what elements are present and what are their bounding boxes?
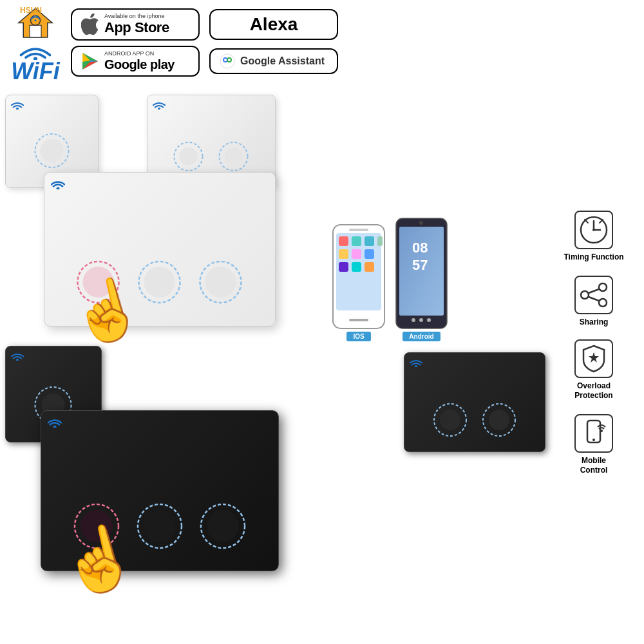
white-switches-section: ☝️ (5, 88, 545, 339)
switches-area: ☝️ (5, 88, 545, 584)
switch-button-circle-2b-left (431, 401, 469, 439)
svg-rect-38 (365, 249, 374, 259)
clock-icon (578, 214, 609, 245)
svg-point-3 (35, 19, 37, 21)
switch-button-circle-2b-right (480, 401, 518, 439)
svg-point-29 (205, 267, 236, 298)
android-phone: 08 57 (394, 217, 449, 330)
ios-phone-container: IOS (330, 223, 388, 341)
svg-text:57: 57 (412, 257, 428, 273)
svg-rect-39 (339, 262, 348, 272)
feature-overload: OverloadProtection (549, 339, 639, 401)
alexa-badge[interactable]: Alexa (209, 9, 338, 40)
google-badge-small: ANDROID APP ON (104, 51, 175, 57)
ios-label: IOS (346, 332, 370, 341)
svg-rect-32 (339, 236, 348, 246)
switch-button-circle-2w-right (216, 139, 252, 175)
svg-rect-1 (30, 25, 41, 37)
brand-logo: HSUN WiFi (6, 5, 64, 83)
svg-point-71 (592, 229, 595, 231)
sharing-label: Sharing (580, 317, 609, 327)
svg-point-52 (419, 221, 423, 225)
phones-section: IOS 08 57 (330, 217, 449, 341)
svg-point-67 (207, 510, 239, 542)
android-label: Android (402, 332, 440, 341)
switch-3gang-white-front: ☝️ (44, 172, 276, 327)
app-badges: Available on the iphone App Store Alexa (71, 5, 638, 77)
google-assistant-icon (220, 53, 235, 69)
svg-line-78 (589, 297, 599, 301)
feature-sharing: Sharing (549, 276, 639, 327)
header: HSUN WiFi Available on the iphone App S (0, 0, 644, 88)
google-play-icon (81, 52, 99, 70)
switch-button-circle-2w-left (171, 139, 207, 175)
timing-label: Timing Function (564, 252, 623, 263)
wifi-signal-icon-3w (51, 179, 65, 189)
svg-point-23 (57, 187, 60, 190)
wifi-icon (16, 41, 55, 60)
overload-label: OverloadProtection (574, 381, 612, 401)
mobile-icon-wrap (574, 414, 613, 453)
sharing-icon-wrap (574, 276, 613, 314)
svg-point-53 (16, 359, 19, 361)
svg-marker-79 (589, 352, 599, 363)
switch-button-3-3w[interactable] (197, 258, 245, 307)
svg-point-65 (144, 510, 176, 542)
alexa-label: Alexa (250, 14, 298, 35)
svg-point-15 (16, 108, 19, 109)
switch-button-2-3w[interactable] (136, 258, 184, 307)
svg-point-50 (419, 318, 423, 322)
svg-point-82 (600, 430, 603, 432)
switch-button-circle-1w-back (31, 130, 73, 172)
svg-rect-43 (349, 229, 368, 231)
timing-icon-wrap (574, 211, 613, 249)
wifi-signal-icon-2b (410, 358, 422, 367)
ios-phone (330, 223, 388, 330)
svg-rect-33 (352, 236, 361, 246)
google-assistant-badge[interactable]: Google Assistant (209, 48, 338, 74)
wifi-signal-icon-3b (48, 417, 62, 428)
svg-point-51 (427, 318, 431, 322)
svg-point-27 (144, 267, 175, 298)
svg-point-75 (581, 291, 589, 299)
svg-point-13 (224, 59, 227, 61)
svg-rect-36 (339, 249, 348, 259)
apple-badge-text: Available on the iphone App Store (104, 14, 169, 35)
svg-rect-42 (349, 319, 368, 321)
badge-row-bottom: ANDROID APP ON Google play Google Assist… (71, 46, 638, 77)
feature-timing: Timing Function (549, 211, 639, 263)
overload-icon-wrap (574, 339, 613, 378)
android-phone-container: 08 57 Android (394, 217, 449, 341)
switch-button-3-3b[interactable] (198, 501, 248, 551)
apple-badge-big: App Store (104, 20, 169, 35)
google-badge-text: ANDROID APP ON Google play (104, 51, 175, 71)
black-switches-section: ☝️ (5, 346, 545, 584)
google-badge-big: Google play (104, 57, 175, 71)
google-play-badge[interactable]: ANDROID APP ON Google play (71, 46, 200, 77)
wifi-signal-icon-1b (11, 352, 24, 361)
switch-3gang-black-front: ☝️ (41, 410, 279, 571)
shield-star-icon (578, 343, 609, 374)
wifi-signal-icon-2w (153, 100, 166, 109)
svg-text:HSUN: HSUN (20, 6, 42, 15)
svg-point-60 (489, 410, 509, 430)
badge-row-top: Available on the iphone App Store Alexa (71, 8, 638, 41)
switch-button-2-3b[interactable] (135, 501, 185, 551)
svg-rect-35 (377, 236, 383, 246)
feature-mobile: MobileControl (549, 414, 639, 476)
apple-app-store-badge[interactable]: Available on the iphone App Store (71, 8, 200, 41)
svg-rect-41 (365, 262, 374, 272)
share-icon (578, 279, 609, 310)
google-assistant-label: Google Assistant (240, 55, 325, 67)
svg-point-22 (225, 147, 243, 166)
main-content: ☝️ (0, 88, 644, 584)
svg-rect-37 (352, 249, 361, 259)
svg-point-17 (40, 139, 63, 162)
svg-text:08: 08 (412, 240, 428, 256)
svg-point-61 (53, 426, 57, 428)
wifi-signal-icon (11, 100, 24, 109)
svg-point-14 (228, 59, 231, 61)
svg-point-18 (158, 108, 160, 109)
svg-point-49 (412, 318, 415, 322)
svg-point-20 (180, 147, 198, 166)
